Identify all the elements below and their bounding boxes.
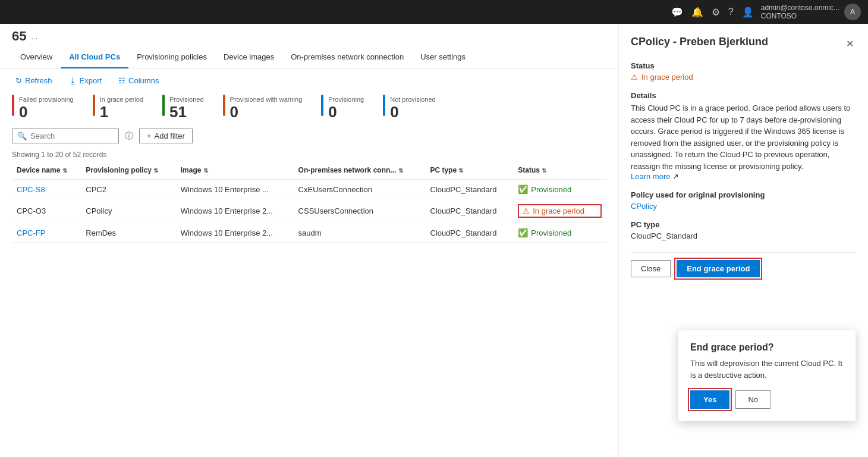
top-nav-bar: 💬 🔔 ⚙ ? 👤 admin@contoso.onmic... CONTOSO…: [0, 0, 868, 24]
tab-overview[interactable]: Overview: [12, 46, 61, 68]
search-box[interactable]: 🔍: [12, 129, 119, 143]
panel-pc-type-label: PC type: [631, 220, 856, 229]
dialog-yes-button[interactable]: Yes: [690, 390, 729, 409]
stat-provisioning: Provisioning 0: [321, 95, 364, 121]
stat-provisioned: Provisioned 51: [162, 95, 203, 121]
panel-footer: Close End grace period: [631, 252, 856, 277]
panel-pc-type-section: PC type CloudPC_Standard: [631, 220, 856, 240]
page-header: 65 ...: [0, 24, 618, 44]
learn-more-link[interactable]: Learn more: [631, 172, 670, 181]
tab-on-premises[interactable]: On-premises network connection: [282, 46, 412, 68]
search-input[interactable]: [30, 132, 114, 140]
refresh-label: Refresh: [25, 76, 52, 85]
stat-not-provisioned-value: 0: [390, 103, 435, 121]
stat-provisioned-label: Provisioned: [169, 96, 203, 103]
end-grace-period-button[interactable]: End grace period: [677, 260, 760, 277]
panel-title: CPolicy - Preben Bjerklund: [631, 36, 768, 48]
columns-label: Columns: [128, 76, 159, 85]
panel-status-text: In grace period: [641, 73, 693, 82]
col-pc-type[interactable]: PC type ⇅: [425, 161, 513, 180]
cell-on-premises-2: saudm: [294, 223, 426, 243]
dialog-title: End grace period?: [690, 342, 844, 353]
status-text-1: In grace period: [533, 206, 584, 215]
cell-device-name-1: CPC-O3: [12, 199, 81, 223]
sort-icon-image: ⇅: [203, 167, 208, 174]
stat-not-provisioned-bar: [383, 95, 385, 116]
stat-grace-value: 1: [100, 103, 143, 121]
tab-provisioning-policies[interactable]: Provisioning policies: [128, 46, 215, 68]
tab-device-images[interactable]: Device images: [215, 46, 282, 68]
panel-status-value: ⚠ In grace period: [631, 73, 856, 82]
cell-provisioning-policy-1: CPolicy: [81, 199, 175, 223]
status-grace-1: ⚠ In grace period: [518, 204, 602, 218]
add-filter-button[interactable]: + Add filter: [139, 129, 193, 143]
panel-details-label: Details: [631, 91, 856, 100]
stat-grace: In grace period 1: [93, 95, 143, 121]
device-link-cpc-fp[interactable]: CPC-FP: [17, 228, 45, 237]
col-image[interactable]: Image ⇅: [176, 161, 294, 180]
help-icon[interactable]: ?: [728, 7, 734, 17]
cell-status-2: ✅ Provisioned: [513, 223, 606, 243]
cell-image-0: Windows 10 Enterprise ...: [176, 180, 294, 199]
sort-icon-on-premises: ⇅: [398, 167, 403, 174]
stat-grace-bar: [93, 95, 95, 116]
export-button[interactable]: ⭳ Export: [65, 74, 106, 87]
panel-close-button[interactable]: ✕: [844, 36, 856, 52]
columns-icon: ☷: [118, 76, 125, 85]
cell-pc-type-2: CloudPC_Standard: [425, 223, 513, 243]
external-link-icon: ↗: [672, 172, 679, 181]
stat-provisioning-value: 0: [328, 103, 364, 121]
stat-failed-bar: [12, 95, 14, 116]
avatar[interactable]: A: [844, 4, 861, 20]
sort-icon-pc-type: ⇅: [458, 167, 463, 174]
col-device-name[interactable]: Device name ⇅: [12, 161, 81, 180]
stat-provisioning-bar: [321, 95, 323, 116]
filter-row: 🔍 ⓘ + Add filter: [0, 129, 618, 148]
stat-failed-value: 0: [19, 103, 74, 121]
tab-bar: Overview All Cloud PCs Provisioning poli…: [0, 46, 618, 69]
col-provisioning-policy[interactable]: Provisioning policy ⇅: [81, 161, 175, 180]
search-icon: 🔍: [17, 132, 27, 140]
col-on-premises[interactable]: On-premises network conn... ⇅: [294, 161, 426, 180]
user-email: admin@contoso.onmic...: [761, 4, 839, 12]
settings-icon[interactable]: ⚙: [712, 7, 720, 18]
cell-provisioning-policy-2: RemDes: [81, 223, 175, 243]
chat-icon[interactable]: 👤: [742, 7, 754, 18]
stat-grace-label: In grace period: [100, 96, 143, 103]
stat-warning-value: 0: [230, 103, 303, 121]
panel-header: CPolicy - Preben Bjerklund ✕: [631, 36, 856, 52]
cell-pc-type-1: CloudPC_Standard: [425, 199, 513, 223]
tab-user-settings[interactable]: User settings: [412, 46, 474, 68]
data-table-container: Device name ⇅ Provisioning policy ⇅ Imag…: [0, 161, 618, 243]
dialog-body: This will deprovision the current Cloud …: [690, 358, 844, 381]
tab-all-cloud-pcs[interactable]: All Cloud PCs: [61, 46, 128, 68]
status-provisioned-0: ✅ Provisioned: [518, 184, 602, 194]
sort-icon-device-name: ⇅: [62, 167, 67, 174]
stat-not-provisioned-label: Not provisioned: [390, 96, 435, 103]
device-link-cpc-s8[interactable]: CPC-S8: [17, 185, 45, 194]
stats-row: Failed provisioning 0 In grace period 1 …: [0, 92, 618, 129]
refresh-button[interactable]: ↻ Refresh: [12, 74, 56, 87]
panel-policy-value[interactable]: CPolicy: [631, 202, 657, 211]
toolbar: ↻ Refresh ⭳ Export ☷ Columns: [0, 69, 618, 92]
add-filter-icon: +: [147, 132, 152, 140]
stat-not-provisioned: Not provisioned 0: [383, 95, 435, 121]
export-icon: ⭳: [69, 76, 77, 85]
stat-warning: Provisioned with warning 0: [223, 95, 303, 121]
main-layout: 65 ... Overview All Cloud PCs Provisioni…: [0, 24, 868, 457]
stat-failed: Failed provisioning 0: [12, 95, 74, 121]
user-info: admin@contoso.onmic... CONTOSO A: [761, 4, 861, 20]
page-title: 65: [12, 29, 26, 44]
columns-button[interactable]: ☷ Columns: [115, 74, 162, 87]
status-provisioned-2: ✅ Provisioned: [518, 228, 602, 237]
dialog-no-button[interactable]: No: [735, 390, 770, 409]
notifications-icon[interactable]: 🔔: [691, 7, 703, 18]
feedback-icon[interactable]: 💬: [671, 7, 683, 18]
stat-warning-bar: [223, 95, 225, 116]
add-filter-label: Add filter: [155, 132, 185, 140]
info-icon[interactable]: ⓘ: [125, 131, 133, 142]
provisioned-icon-0: ✅: [518, 184, 528, 194]
col-status[interactable]: Status ⇅: [513, 161, 606, 180]
sort-icon-status: ⇅: [542, 167, 546, 174]
panel-close-btn[interactable]: Close: [631, 260, 671, 277]
